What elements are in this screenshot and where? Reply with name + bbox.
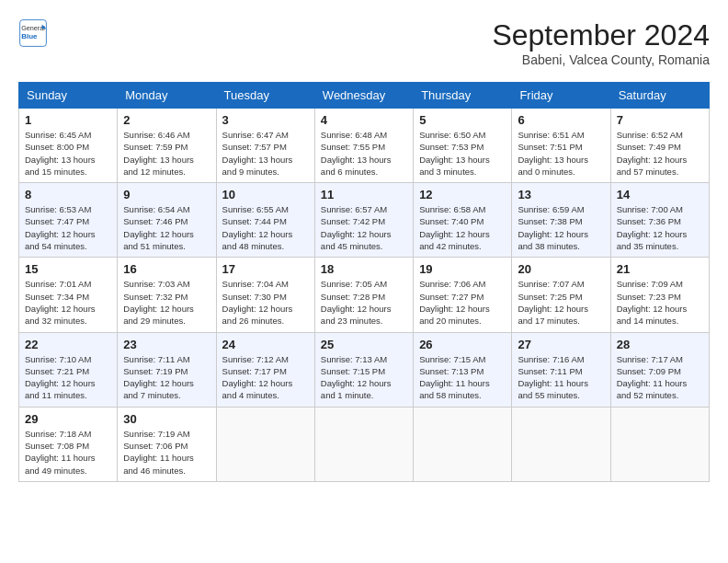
calendar-empty-cell xyxy=(414,407,512,481)
calendar-day-cell: 30Sunrise: 7:19 AM Sunset: 7:06 PM Dayli… xyxy=(118,407,216,481)
column-header-sunday: Sunday xyxy=(19,83,118,109)
day-info: Sunrise: 7:15 AM Sunset: 7:13 PM Dayligh… xyxy=(419,353,506,402)
day-number: 9 xyxy=(123,188,210,201)
calendar-day-cell: 8Sunrise: 6:53 AM Sunset: 7:47 PM Daylig… xyxy=(19,183,118,258)
day-info: Sunrise: 6:52 AM Sunset: 7:49 PM Dayligh… xyxy=(617,129,703,178)
day-number: 2 xyxy=(123,113,210,127)
day-info: Sunrise: 7:00 AM Sunset: 7:36 PM Dayligh… xyxy=(617,203,703,252)
logo: General Blue xyxy=(18,18,48,48)
day-info: Sunrise: 6:50 AM Sunset: 7:53 PM Dayligh… xyxy=(419,129,506,178)
calendar-day-cell: 26Sunrise: 7:15 AM Sunset: 7:13 PM Dayli… xyxy=(414,332,512,407)
page-header: General Blue September 2024 Babeni, Valc… xyxy=(18,18,710,67)
calendar-header-row: SundayMondayTuesdayWednesdayThursdayFrid… xyxy=(19,83,710,109)
day-info: Sunrise: 7:16 AM Sunset: 7:11 PM Dayligh… xyxy=(518,353,604,402)
calendar-day-cell: 24Sunrise: 7:12 AM Sunset: 7:17 PM Dayli… xyxy=(216,332,314,407)
day-number: 10 xyxy=(222,188,309,201)
calendar-day-cell: 12Sunrise: 6:58 AM Sunset: 7:40 PM Dayli… xyxy=(414,183,512,258)
day-number: 21 xyxy=(617,262,703,276)
day-number: 29 xyxy=(25,412,111,426)
day-info: Sunrise: 7:12 AM Sunset: 7:17 PM Dayligh… xyxy=(222,353,309,402)
svg-text:Blue: Blue xyxy=(21,32,38,40)
day-number: 14 xyxy=(617,188,703,201)
calendar-day-cell: 17Sunrise: 7:04 AM Sunset: 7:30 PM Dayli… xyxy=(216,258,314,332)
day-info: Sunrise: 7:09 AM Sunset: 7:23 PM Dayligh… xyxy=(617,278,703,327)
column-header-monday: Monday xyxy=(118,83,216,109)
svg-text:General: General xyxy=(21,24,45,32)
calendar-day-cell: 7Sunrise: 6:52 AM Sunset: 7:49 PM Daylig… xyxy=(610,109,709,183)
day-info: Sunrise: 7:10 AM Sunset: 7:21 PM Dayligh… xyxy=(25,353,111,402)
column-header-saturday: Saturday xyxy=(610,83,709,109)
day-info: Sunrise: 6:59 AM Sunset: 7:38 PM Dayligh… xyxy=(518,203,604,252)
calendar-day-cell: 14Sunrise: 7:00 AM Sunset: 7:36 PM Dayli… xyxy=(610,183,709,258)
day-number: 13 xyxy=(518,188,604,201)
calendar-week-row: 29Sunrise: 7:18 AM Sunset: 7:08 PM Dayli… xyxy=(19,407,710,481)
calendar-day-cell: 3Sunrise: 6:47 AM Sunset: 7:57 PM Daylig… xyxy=(216,109,314,183)
day-info: Sunrise: 7:05 AM Sunset: 7:28 PM Dayligh… xyxy=(321,278,407,327)
day-info: Sunrise: 6:57 AM Sunset: 7:42 PM Dayligh… xyxy=(321,203,407,252)
calendar-day-cell: 19Sunrise: 7:06 AM Sunset: 7:27 PM Dayli… xyxy=(414,258,512,332)
day-info: Sunrise: 6:45 AM Sunset: 8:00 PM Dayligh… xyxy=(25,129,111,178)
day-number: 26 xyxy=(419,338,506,351)
calendar-empty-cell xyxy=(314,407,413,481)
day-info: Sunrise: 7:01 AM Sunset: 7:34 PM Dayligh… xyxy=(25,278,111,327)
calendar-day-cell: 18Sunrise: 7:05 AM Sunset: 7:28 PM Dayli… xyxy=(314,258,413,332)
calendar-day-cell: 20Sunrise: 7:07 AM Sunset: 7:25 PM Dayli… xyxy=(512,258,610,332)
calendar-empty-cell xyxy=(216,407,314,481)
day-number: 8 xyxy=(25,188,111,201)
calendar-day-cell: 6Sunrise: 6:51 AM Sunset: 7:51 PM Daylig… xyxy=(512,109,610,183)
column-header-wednesday: Wednesday xyxy=(314,83,413,109)
calendar-day-cell: 9Sunrise: 6:54 AM Sunset: 7:46 PM Daylig… xyxy=(118,183,216,258)
calendar-week-row: 8Sunrise: 6:53 AM Sunset: 7:47 PM Daylig… xyxy=(19,183,710,258)
day-info: Sunrise: 7:11 AM Sunset: 7:19 PM Dayligh… xyxy=(123,353,210,402)
month-title: September 2024 xyxy=(492,18,710,52)
calendar-day-cell: 28Sunrise: 7:17 AM Sunset: 7:09 PM Dayli… xyxy=(610,332,709,407)
day-info: Sunrise: 6:53 AM Sunset: 7:47 PM Dayligh… xyxy=(25,203,111,252)
day-number: 18 xyxy=(321,262,407,276)
calendar-day-cell: 2Sunrise: 6:46 AM Sunset: 7:59 PM Daylig… xyxy=(118,109,216,183)
calendar-week-row: 22Sunrise: 7:10 AM Sunset: 7:21 PM Dayli… xyxy=(19,332,710,407)
day-info: Sunrise: 6:58 AM Sunset: 7:40 PM Dayligh… xyxy=(419,203,506,252)
day-number: 6 xyxy=(518,113,604,127)
column-header-tuesday: Tuesday xyxy=(216,83,314,109)
calendar-day-cell: 29Sunrise: 7:18 AM Sunset: 7:08 PM Dayli… xyxy=(19,407,118,481)
calendar-day-cell: 21Sunrise: 7:09 AM Sunset: 7:23 PM Dayli… xyxy=(610,258,709,332)
day-number: 28 xyxy=(617,338,703,351)
day-number: 16 xyxy=(123,262,210,276)
calendar-day-cell: 13Sunrise: 6:59 AM Sunset: 7:38 PM Dayli… xyxy=(512,183,610,258)
day-info: Sunrise: 7:06 AM Sunset: 7:27 PM Dayligh… xyxy=(419,278,506,327)
calendar-day-cell: 5Sunrise: 6:50 AM Sunset: 7:53 PM Daylig… xyxy=(414,109,512,183)
logo-icon: General Blue xyxy=(18,18,48,48)
day-number: 15 xyxy=(25,262,111,276)
calendar-day-cell: 23Sunrise: 7:11 AM Sunset: 7:19 PM Dayli… xyxy=(118,332,216,407)
day-info: Sunrise: 7:04 AM Sunset: 7:30 PM Dayligh… xyxy=(222,278,309,327)
day-info: Sunrise: 6:46 AM Sunset: 7:59 PM Dayligh… xyxy=(123,129,210,178)
day-number: 19 xyxy=(419,262,506,276)
calendar-empty-cell xyxy=(610,407,709,481)
day-info: Sunrise: 6:47 AM Sunset: 7:57 PM Dayligh… xyxy=(222,129,309,178)
day-info: Sunrise: 7:07 AM Sunset: 7:25 PM Dayligh… xyxy=(518,278,604,327)
day-number: 27 xyxy=(518,338,604,351)
day-number: 23 xyxy=(123,338,210,351)
calendar-week-row: 15Sunrise: 7:01 AM Sunset: 7:34 PM Dayli… xyxy=(19,258,710,332)
day-number: 5 xyxy=(419,113,506,127)
day-info: Sunrise: 7:18 AM Sunset: 7:08 PM Dayligh… xyxy=(25,428,111,477)
title-block: September 2024 Babeni, Valcea County, Ro… xyxy=(492,18,710,67)
day-number: 22 xyxy=(25,338,111,351)
column-header-thursday: Thursday xyxy=(414,83,512,109)
day-number: 3 xyxy=(222,113,309,127)
day-number: 12 xyxy=(419,188,506,201)
day-number: 30 xyxy=(123,412,210,426)
calendar-day-cell: 4Sunrise: 6:48 AM Sunset: 7:55 PM Daylig… xyxy=(314,109,413,183)
column-header-friday: Friday xyxy=(512,83,610,109)
calendar-day-cell: 15Sunrise: 7:01 AM Sunset: 7:34 PM Dayli… xyxy=(19,258,118,332)
day-info: Sunrise: 6:55 AM Sunset: 7:44 PM Dayligh… xyxy=(222,203,309,252)
day-number: 24 xyxy=(222,338,309,351)
day-number: 7 xyxy=(617,113,703,127)
day-number: 1 xyxy=(25,113,111,127)
day-number: 17 xyxy=(222,262,309,276)
calendar-table: SundayMondayTuesdayWednesdayThursdayFrid… xyxy=(18,82,710,482)
day-info: Sunrise: 7:13 AM Sunset: 7:15 PM Dayligh… xyxy=(321,353,407,402)
day-info: Sunrise: 7:17 AM Sunset: 7:09 PM Dayligh… xyxy=(617,353,703,402)
day-info: Sunrise: 6:54 AM Sunset: 7:46 PM Dayligh… xyxy=(123,203,210,252)
calendar-day-cell: 16Sunrise: 7:03 AM Sunset: 7:32 PM Dayli… xyxy=(118,258,216,332)
